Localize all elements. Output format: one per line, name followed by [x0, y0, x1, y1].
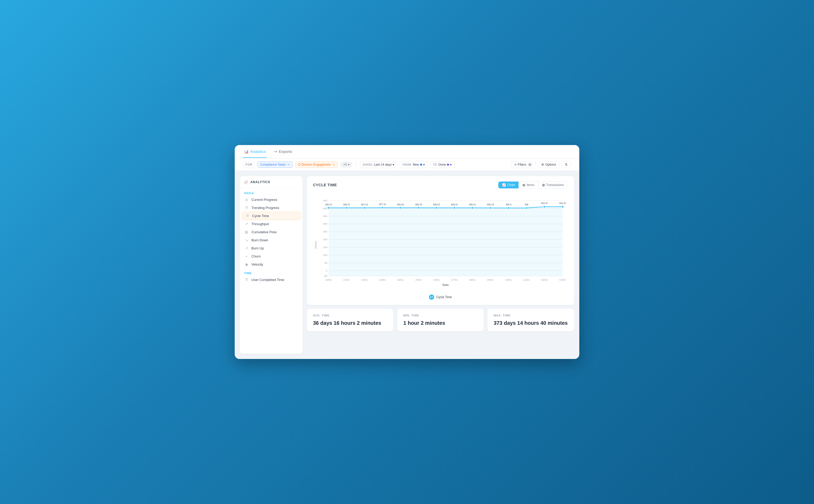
- filter-tag-compliance[interactable]: Compliance Tasks ✕: [258, 161, 293, 168]
- svg-text:200: 200: [323, 238, 327, 241]
- svg-text:386.81: 386.81: [433, 203, 440, 206]
- svg-point-42: [417, 207, 420, 209]
- options-button[interactable]: ⚙ Options: [538, 161, 559, 168]
- svg-text:50: 50: [325, 261, 328, 264]
- chart-header: CYCLE TIME 📈 Chart ▦ Items ▦ Transactio: [313, 181, 568, 189]
- cycle-time-icon: ⏱: [245, 214, 250, 218]
- svg-text:150: 150: [323, 246, 327, 249]
- sidebar-item-user-completed-time[interactable]: ⏱ User Completed Time: [240, 276, 303, 284]
- filter-bar: FOR Compliance Tasks ✕ D Division Engage…: [235, 159, 579, 171]
- current-progress-icon: ◎: [244, 198, 249, 202]
- tab-exports[interactable]: ↪ Exports: [273, 146, 293, 158]
- chart-card: CYCLE TIME 📈 Chart ▦ Items ▦ Transactio: [307, 176, 574, 305]
- sidebar-agile-label: AGILE: [240, 188, 303, 196]
- svg-marker-22: [329, 207, 562, 276]
- svg-point-46: [489, 207, 491, 209]
- sidebar-item-current-progress[interactable]: ◎ Current Progress: [240, 196, 303, 204]
- filter-more-button[interactable]: +5 ▾: [340, 162, 352, 167]
- tab-analytics[interactable]: 📊 Analytics: [243, 146, 267, 158]
- svg-text:393.97: 393.97: [541, 202, 548, 205]
- throughput-icon: ↗: [244, 222, 249, 226]
- sidebar-header: 📈 ANALYTICS: [240, 180, 303, 188]
- filters-button[interactable]: ≡ Filters 0: [511, 161, 536, 168]
- churn-icon: +: [244, 254, 249, 258]
- svg-text:387.02: 387.02: [361, 203, 368, 206]
- avg-time-label: AVG. TIME: [313, 314, 387, 317]
- sidebar-item-burn-up[interactable]: ↗ Burn Up: [240, 244, 303, 252]
- svg-point-44: [453, 207, 456, 209]
- svg-text:386.67: 386.67: [325, 203, 332, 206]
- sidebar-time-label: TIME: [240, 268, 303, 276]
- from-dropdown[interactable]: FROM New ▾: [400, 161, 427, 168]
- main-content: 📈 ANALYTICS AGILE ◎ Current Progress ⏱ T…: [235, 171, 579, 359]
- y-axis-label: Hours: [314, 241, 317, 249]
- svg-text:28/01: 28/01: [469, 278, 476, 281]
- min-time-label: MIN. TIME: [403, 314, 477, 317]
- max-time-value: 373 days 14 hours 40 minutes: [494, 320, 568, 326]
- sidebar-item-cumulative-flow[interactable]: ▤ Cumulative Flow: [240, 228, 303, 236]
- sidebar-item-cycle-time[interactable]: ⏱ Cycle Time: [242, 212, 301, 220]
- from-status-dot: [420, 164, 422, 166]
- svg-text:24/01: 24/01: [397, 278, 404, 281]
- svg-point-41: [399, 207, 402, 209]
- tab-transactions[interactable]: ▦ Transactions: [538, 182, 567, 188]
- svg-text:29/01: 29/01: [487, 278, 494, 281]
- min-time-value: 1 hour 2 minutes: [403, 320, 477, 326]
- to-status-dot: [447, 164, 449, 166]
- svg-text:27/01: 27/01: [451, 278, 458, 281]
- svg-text:22/01: 22/01: [361, 278, 368, 281]
- chart-tabs: 📈 Chart ▦ Items ▦ Transactions: [498, 181, 568, 189]
- svg-point-47: [507, 207, 510, 209]
- svg-text:350: 350: [323, 215, 327, 218]
- top-nav: 📊 Analytics ↪ Exports: [235, 145, 579, 159]
- sidebar-item-throughput[interactable]: ↗ Throughput: [240, 220, 303, 228]
- svg-text:31/01: 31/01: [523, 278, 530, 281]
- burn-up-icon: ↗: [244, 246, 249, 250]
- svg-text:386.67: 386.67: [343, 203, 350, 206]
- svg-text:387.34: 387.34: [379, 203, 386, 206]
- svg-text:01/02: 01/02: [541, 278, 548, 281]
- svg-point-40: [381, 207, 384, 209]
- svg-point-38: [346, 207, 348, 209]
- exports-icon: ↪: [274, 149, 277, 154]
- svg-point-50: [561, 206, 564, 208]
- svg-point-45: [471, 207, 474, 209]
- svg-text:250: 250: [323, 230, 327, 233]
- app-window: 📊 Analytics ↪ Exports FOR Compliance Tas…: [235, 145, 579, 359]
- dates-dropdown[interactable]: DATES Last 14 days ▾: [360, 161, 397, 168]
- svg-text:386.93: 386.93: [415, 203, 422, 206]
- svg-text:386: 386: [524, 203, 528, 206]
- svg-point-39: [363, 207, 366, 209]
- sidebar-item-trending-progress[interactable]: ⏱ Trending Progress: [240, 204, 303, 212]
- legend-dot: CT: [429, 295, 434, 300]
- to-dropdown[interactable]: TO Done ▾: [430, 161, 455, 168]
- svg-point-43: [435, 207, 438, 209]
- filter-tag-division[interactable]: D Division Engagemets ✕: [295, 161, 338, 168]
- burn-down-icon: ↘: [244, 238, 249, 242]
- svg-text:300: 300: [323, 222, 327, 225]
- cumulative-flow-icon: ▤: [244, 230, 249, 234]
- for-label: FOR: [243, 161, 255, 168]
- svg-text:20/01: 20/01: [325, 278, 332, 281]
- filter-actions: ≡ Filters 0 ⚙ Options ⇅: [511, 161, 571, 168]
- avg-time-value: 36 days 16 hours 2 minutes: [313, 320, 387, 326]
- svg-point-48: [525, 207, 528, 209]
- sidebar-item-churn[interactable]: + Churn: [240, 252, 303, 260]
- svg-text:386.28: 386.28: [487, 203, 494, 206]
- tab-items[interactable]: ▦ Items: [518, 182, 538, 188]
- sidebar-item-burn-down[interactable]: ↘ Burn Down: [240, 236, 303, 244]
- layout-button[interactable]: ⇅: [561, 161, 571, 168]
- svg-text:386.81: 386.81: [451, 203, 458, 206]
- svg-text:386.61: 386.61: [469, 203, 476, 206]
- chart-area: Hours: [313, 193, 568, 292]
- svg-text:100: 100: [323, 254, 327, 256]
- user-completed-time-icon: ⏱: [244, 278, 249, 282]
- right-panel: CYCLE TIME 📈 Chart ▦ Items ▦ Transactio: [307, 176, 574, 354]
- svg-text:400: 400: [323, 207, 327, 210]
- stats-row: AVG. TIME 36 days 16 hours 2 minutes MIN…: [307, 309, 574, 331]
- svg-text:21/01: 21/01: [343, 278, 350, 281]
- cycle-time-chart: Hours: [313, 193, 568, 291]
- tab-chart[interactable]: 📈 Chart: [498, 182, 518, 188]
- stat-card-max: MAX. TIME 373 days 14 hours 40 minutes: [487, 309, 574, 331]
- sidebar-item-velocity[interactable]: ◉ Velocity: [240, 260, 303, 268]
